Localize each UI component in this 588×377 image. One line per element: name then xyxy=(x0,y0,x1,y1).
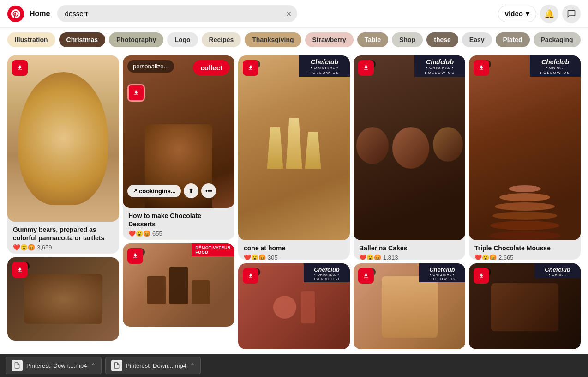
pinterest-logo[interactable] xyxy=(7,6,24,22)
filter-chevron-icon: ▾ xyxy=(526,10,529,18)
category-strawberry[interactable]: Strawberry xyxy=(305,32,354,47)
category-logo[interactable]: Logo xyxy=(167,32,198,47)
reaction-count-cone: 305 xyxy=(268,254,278,260)
pin-title-gummy: Gummy bears, prepared as colorful pannac… xyxy=(13,225,114,242)
category-photography[interactable]: Photography xyxy=(109,32,163,47)
search-clear-icon[interactable]: ✕ xyxy=(286,9,292,18)
search-bar: ✕ xyxy=(57,5,297,22)
pin-cone[interactable]: Chefclub • ORIGINAL • FOLLOW US 1:25 con… xyxy=(238,55,350,260)
header: Home ✕ video ▾ 🔔 xyxy=(0,0,588,28)
categories-bar: Illustration Christmas Photography Logo … xyxy=(0,28,588,52)
message-icon[interactable] xyxy=(562,5,581,23)
pin-info-mousse: Triple Chocolate Mousse ❤️😮😡 2,665 xyxy=(469,240,581,260)
demotivateur-badge: DÉMOTIVATEURFood xyxy=(192,243,234,256)
home-link[interactable]: Home xyxy=(30,10,50,18)
pin-tiramisu[interactable]: 0:24 xyxy=(7,257,119,341)
category-packaging[interactable]: Packaging xyxy=(534,32,581,47)
more-button[interactable]: ••• xyxy=(201,183,216,198)
chefclub-badge-strawberry: Chefclub • ORIGINAL • ISCRIVETEVI xyxy=(304,263,350,282)
reaction-count-mousse: 2,665 xyxy=(498,254,514,260)
pin-reactions-gummy: ❤️😮😡 3,659 xyxy=(13,244,114,251)
header-right: video ▾ 🔔 xyxy=(498,5,581,23)
personalize-button[interactable]: personalize... xyxy=(127,60,174,73)
pin-reactions-choco: ❤️😮😡 655 xyxy=(128,230,229,237)
grid-column-3: Chefclub • ORIGINAL • FOLLOW US 1:25 con… xyxy=(238,55,350,349)
grid-column-1: Gummy bears, prepared as colorful pannac… xyxy=(7,55,119,349)
download-item-1-name: Pinterest_Down....mp4 xyxy=(26,362,87,369)
category-thanksgiving[interactable]: Thanksgiving xyxy=(245,32,301,47)
category-christmas[interactable]: Christmas xyxy=(59,32,105,47)
pin-triple-mousse[interactable]: Chefclub • ORIG... FOLLOW US 3:26 Triple… xyxy=(469,55,581,260)
video-filter[interactable]: video ▾ xyxy=(498,6,536,22)
pin-reactions-mousse: ❤️😮😡 2,665 xyxy=(474,254,575,260)
chefclub-badge-ballerina: Chefclub • ORIGINAL • FOLLOW US xyxy=(414,55,465,77)
pin-grid: Gummy bears, prepared as colorful pannac… xyxy=(0,52,588,353)
reaction-count-ballerina: 1,813 xyxy=(383,254,398,260)
pin-info-cone: cone at home ❤️😮😡 305 xyxy=(238,240,350,260)
category-easy[interactable]: Easy xyxy=(462,32,492,47)
pin-reactions-ballerina: ❤️😮😡 1,813 xyxy=(359,254,460,260)
download-button-roll[interactable] xyxy=(474,268,489,284)
category-shop[interactable]: Shop xyxy=(392,32,423,47)
pin-info-ballerina: Ballerina Cakes ❤️😮😡 1,813 xyxy=(354,240,465,260)
reaction-emojis-gummy: ❤️😮😡 xyxy=(13,244,35,251)
download-item-1[interactable]: Pinterest_Down....mp4 ⌃ xyxy=(6,357,102,374)
category-illustration[interactable]: Illustration xyxy=(7,32,55,47)
reaction-count-gummy: 3,659 xyxy=(37,244,52,251)
notification-icon[interactable]: 🔔 xyxy=(540,5,558,23)
search-input[interactable] xyxy=(57,5,297,22)
download-button-tiramisu[interactable] xyxy=(12,262,28,278)
bottom-download-bar: Pinterest_Down....mp4 ⌃ Pinterest_Down..… xyxy=(0,354,588,377)
pin-title-choco: How to make Chocolate Desserts xyxy=(128,212,229,228)
pin-reactions-cone: ❤️😮😡 305 xyxy=(244,254,344,260)
category-these[interactable]: these xyxy=(426,32,458,47)
chefclub-badge-cone: Chefclub • ORIGINAL • FOLLOW US xyxy=(299,55,350,77)
pin-info-choco: How to make Chocolate Desserts ❤️😮😡 655 xyxy=(123,208,234,240)
pin-strawberry[interactable]: Chefclub • ORIGINAL • ISCRIVETEVI 1:55 xyxy=(238,263,350,349)
chefclub-badge-finger: Chefclub • ORIGINAL • FOLLOW US xyxy=(419,263,465,282)
reaction-emojis-choco: ❤️😮😡 xyxy=(128,230,150,237)
reaction-emojis-mousse: ❤️😮😡 xyxy=(474,254,497,260)
download-button-strawberry[interactable] xyxy=(243,268,258,284)
download-button-choco-highlighted[interactable] xyxy=(127,84,145,102)
download-button-cups[interactable] xyxy=(127,248,143,264)
reaction-count-choco: 655 xyxy=(152,230,162,237)
pin-ballerina[interactable]: Chefclub • ORIGINAL • FOLLOW US 3:08 Bal… xyxy=(354,55,465,260)
pin-chocolate-cups[interactable]: DÉMOTIVATEURFood 0:31 xyxy=(123,243,234,327)
reaction-emojis-cone: ❤️😮😡 xyxy=(244,254,266,260)
pin-title-ballerina: Ballerina Cakes xyxy=(359,244,460,252)
grid-column-4: Chefclub • ORIGINAL • FOLLOW US 3:08 Bal… xyxy=(354,55,465,349)
download-item-2[interactable]: Pinterest_Down....mp4 ⌃ xyxy=(105,357,201,374)
download-button-cone[interactable] xyxy=(243,60,258,76)
download-item-1-arrow[interactable]: ⌃ xyxy=(91,362,96,369)
grid-column-2: personalize... collect ↗cookingins... ⬆ … xyxy=(123,55,234,349)
category-table[interactable]: Table xyxy=(357,32,389,47)
download-button-finger[interactable] xyxy=(358,268,374,284)
pin-title-cone: cone at home xyxy=(244,244,344,252)
source-button[interactable]: ↗cookingins... xyxy=(127,185,181,197)
pin-gummy-bears[interactable]: Gummy bears, prepared as colorful pannac… xyxy=(7,55,119,254)
chefclub-badge-mousse: Chefclub • ORIG... FOLLOW US xyxy=(530,55,581,77)
share-button[interactable]: ⬆ xyxy=(184,183,198,198)
category-recipes[interactable]: Recipes xyxy=(202,32,241,47)
reaction-emojis-ballerina: ❤️😮😡 xyxy=(359,254,381,260)
download-item-2-icon xyxy=(111,360,122,371)
pin-choco-roll[interactable]: Chefclub • ORIG... 2:46 xyxy=(469,263,581,349)
collect-button[interactable]: collect xyxy=(193,60,230,75)
download-button-ballerina[interactable] xyxy=(358,60,374,76)
pin-info-gummy: Gummy bears, prepared as colorful pannac… xyxy=(7,222,119,254)
download-button-mousse[interactable] xyxy=(474,60,489,76)
category-plated[interactable]: Plated xyxy=(496,32,530,47)
pin-choco-dessert[interactable]: personalize... collect ↗cookingins... ⬆ … xyxy=(123,55,234,240)
download-button-gummy[interactable] xyxy=(12,60,28,76)
pin-finger[interactable]: Chefclub • ORIGINAL • FOLLOW US 1:27 xyxy=(354,263,465,349)
grid-column-5: Chefclub • ORIG... FOLLOW US 3:26 Triple… xyxy=(469,55,581,349)
download-item-2-name: Pinterest_Down....mp4 xyxy=(126,362,187,369)
action-buttons-bar: ↗cookingins... ⬆ ••• xyxy=(127,183,216,198)
pin-title-mousse: Triple Chocolate Mousse xyxy=(474,244,575,252)
filter-label: video xyxy=(505,10,523,18)
chefclub-badge-roll: Chefclub • ORIG... xyxy=(534,263,581,278)
download-item-1-icon xyxy=(12,360,23,371)
download-item-2-arrow[interactable]: ⌃ xyxy=(190,362,195,369)
